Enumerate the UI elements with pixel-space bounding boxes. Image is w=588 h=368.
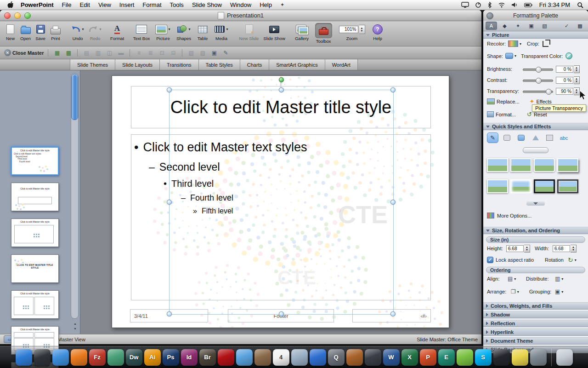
sync-menu-icon[interactable] xyxy=(475,2,481,8)
reset-picture-button[interactable]: ↺Reset xyxy=(527,111,547,117)
table-button[interactable]: Table xyxy=(194,23,211,41)
resize-handle-e[interactable] xyxy=(390,200,396,205)
wifi-menu-icon[interactable] xyxy=(498,2,505,8)
slide-show-button[interactable]: Slide Show xyxy=(261,23,288,41)
transparent-color-button[interactable] xyxy=(565,52,572,59)
picture-style-thumbnail[interactable] xyxy=(534,179,555,193)
resize-handle-sw[interactable] xyxy=(167,311,172,316)
resize-handle-n[interactable] xyxy=(279,87,284,92)
effects-button[interactable]: ✦Effects xyxy=(530,98,552,104)
bluetooth-menu-icon[interactable] xyxy=(487,2,492,8)
tab-transitions[interactable]: Transitions xyxy=(159,59,198,70)
align-dropdown[interactable]: ▤▾ xyxy=(508,276,516,282)
close-window-button[interactable] xyxy=(4,12,11,19)
zoom-stepper[interactable]: ▲▼ xyxy=(359,25,365,34)
new-slide-button[interactable]: ✶ New Slide xyxy=(237,23,261,41)
word-dock-icon[interactable]: W xyxy=(383,349,400,366)
picture-style-thumbnail[interactable] xyxy=(557,158,578,172)
system-preferences-dock-icon[interactable] xyxy=(530,349,547,366)
entourage-dock-icon[interactable]: E xyxy=(438,349,455,366)
tab-smartart-graphics[interactable]: SmartArt Graphics xyxy=(269,59,324,70)
bridge-dock-icon[interactable]: Br xyxy=(199,349,216,366)
garageband-dock-icon[interactable] xyxy=(346,349,363,366)
master-tool-icon[interactable]: ▧ xyxy=(187,49,196,57)
crop-button[interactable] xyxy=(543,41,548,47)
palette-title-bar[interactable]: Formatting Palette xyxy=(483,10,588,21)
close-master-button[interactable]: ✕ Close Master xyxy=(4,49,44,56)
formatting-palette-tab[interactable]: A xyxy=(486,22,497,30)
menu-help[interactable]: Help xyxy=(255,1,276,8)
dreamweaver-dock-icon[interactable]: Dw xyxy=(126,349,142,366)
terminal-dock-icon[interactable] xyxy=(493,349,510,366)
minimize-window-button[interactable] xyxy=(14,12,21,19)
selected-picture-bounds[interactable] xyxy=(169,90,394,315)
excel-dock-icon[interactable]: X xyxy=(401,349,418,366)
picture-button[interactable]: ▾ Picture xyxy=(153,23,174,41)
document-theme-section-header[interactable]: Document Theme xyxy=(483,337,588,345)
print-button[interactable]: Print xyxy=(48,23,63,41)
hyperlink-section-header[interactable]: Hyperlink xyxy=(483,328,588,336)
acrobat-dock-icon[interactable] xyxy=(218,349,234,366)
redo-button[interactable]: ▾ Redo xyxy=(86,23,104,41)
picture-style-thumbnail[interactable] xyxy=(534,158,555,172)
colors-weights-fills-section-header[interactable]: Colors, Weights, and Fills xyxy=(483,302,588,310)
help-button[interactable]: ? Help xyxy=(369,23,386,41)
grouping-dropdown[interactable]: ▣▾ xyxy=(555,289,563,294)
powerpoint-dock-icon[interactable]: P xyxy=(420,349,436,366)
resize-handle-s[interactable] xyxy=(279,311,284,316)
save-button[interactable]: Save xyxy=(33,23,48,41)
layout-thumbnail[interactable]: CLICK TO EDIT MASTER TITLE STYLE xyxy=(11,254,59,283)
address-book-dock-icon[interactable] xyxy=(254,349,271,366)
tab-slide-themes[interactable]: Slide Themes xyxy=(70,59,115,70)
master-tool-icon[interactable]: ≡ xyxy=(134,49,143,57)
picture-style-thumbnail[interactable] xyxy=(487,179,508,193)
tab-slide-layouts[interactable]: Slide Layouts xyxy=(115,59,159,70)
layout-thumbnail[interactable]: Click to edit Master title style xyxy=(11,218,59,247)
master-tool-icon[interactable]: ≣ xyxy=(146,49,155,57)
picture-style-thumbnail[interactable] xyxy=(557,179,578,193)
tab-charts[interactable]: Charts xyxy=(240,59,269,70)
brightness-slider[interactable] xyxy=(523,66,553,73)
replace-picture-button[interactable]: Replace... xyxy=(487,98,520,104)
contrast-stepper[interactable]: ▲▼ xyxy=(574,76,580,84)
shape-dropdown[interactable]: ▾ xyxy=(505,53,516,59)
tab-wordart[interactable]: WordArt xyxy=(325,59,358,70)
safari-dock-icon[interactable] xyxy=(52,349,69,366)
new-button[interactable]: New xyxy=(3,23,18,41)
layout-thumbnail[interactable]: Click to edit Master title style xyxy=(11,290,59,319)
menu-slide-show[interactable]: Slide Show xyxy=(188,1,226,8)
photoshop-dock-icon[interactable]: Ps xyxy=(163,349,179,366)
media-button[interactable]: ▾ Media xyxy=(211,23,232,41)
master-tool-icon[interactable]: ▬ xyxy=(116,49,125,57)
custom-animation-tab[interactable]: ✦ xyxy=(512,22,524,30)
open-button[interactable]: Open xyxy=(18,23,33,41)
reference-tools-tab[interactable]: ▧ xyxy=(539,22,550,30)
master-tool-icon[interactable]: ▨ xyxy=(198,49,207,57)
finder-dock-icon[interactable] xyxy=(16,349,32,366)
menu-tools[interactable]: Tools xyxy=(166,1,188,8)
quick-styles-section-header[interactable]: Quick Styles and Effects xyxy=(483,123,588,130)
menu-clock[interactable]: Fri 3:34 PM xyxy=(538,1,571,8)
resize-handle-ne[interactable] xyxy=(390,87,396,92)
object-palette-tab[interactable]: ◆ xyxy=(499,22,510,30)
wordart-category-button[interactable]: abc xyxy=(558,132,570,143)
style-strength-indicator[interactable] xyxy=(523,147,548,153)
menu-file[interactable]: File xyxy=(58,1,76,8)
menu-insert[interactable]: Insert xyxy=(115,1,139,8)
sparkle-menu-extra-icon[interactable]: ✦ xyxy=(276,2,288,8)
preview-dock-icon[interactable] xyxy=(291,349,308,366)
format-button[interactable]: A Format xyxy=(107,23,127,41)
more-options-button[interactable]: More Options... xyxy=(487,213,531,218)
brightness-stepper[interactable]: ▲▼ xyxy=(574,65,580,73)
master-tool-icon[interactable]: ▥ xyxy=(93,49,102,57)
zoom-value-field[interactable]: 101% xyxy=(339,26,358,33)
size-section-header[interactable]: Size, Rotation, and Ordering xyxy=(483,227,588,234)
more-styles-scroll-arrow[interactable] xyxy=(526,201,545,206)
ical-dock-icon[interactable]: 4 xyxy=(273,349,289,366)
window-title-bar[interactable]: Presentation1 xyxy=(0,10,481,21)
resize-handle-w[interactable] xyxy=(167,200,172,205)
insert-slide-master-icon[interactable]: ▦ xyxy=(52,49,62,57)
height-stepper[interactable]: ▲▼ xyxy=(524,245,530,253)
picture-style-thumbnail[interactable] xyxy=(510,179,531,193)
master-tool-icon[interactable]: ▣ xyxy=(209,49,219,57)
